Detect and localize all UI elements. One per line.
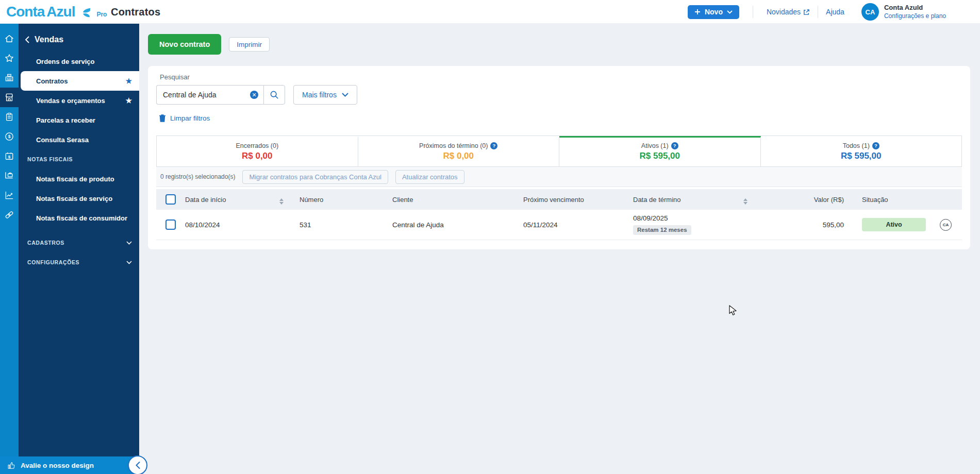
cash-register-icon[interactable] [0, 68, 19, 88]
more-filters-button[interactable]: Mais filtros [293, 85, 357, 105]
search-button[interactable] [263, 85, 285, 105]
cart-icon[interactable] [0, 166, 19, 185]
calendar-money-icon[interactable]: $ [0, 146, 19, 166]
more-filters-label: Mais filtros [302, 91, 337, 99]
store-icon[interactable] [0, 88, 19, 107]
page-title: Contratos [111, 0, 160, 24]
grid-toolbar: 0 registro(s) selecionado(s) Migrar cont… [156, 167, 962, 187]
select-all-checkbox[interactable] [165, 194, 176, 205]
cell-numero: 531 [300, 221, 392, 229]
chart-icon[interactable] [0, 185, 19, 205]
selection-count: 0 registro(s) selecionado(s) [160, 173, 235, 180]
plus-icon [694, 9, 701, 15]
sort-icon[interactable] [740, 198, 748, 205]
clear-search-icon[interactable]: ✕ [250, 91, 258, 99]
link-icon[interactable] [0, 205, 19, 225]
novo-contrato-button[interactable]: Novo contrato [148, 34, 221, 55]
sidebar-item-parcelas-a-receber[interactable]: Parcelas a receber [19, 110, 139, 130]
leaf-logo-icon [80, 7, 91, 19]
tab-total: R$ 595,00 [761, 151, 962, 161]
menu-item-label: Consulta Serasa [36, 136, 89, 144]
favorite-star-icon[interactable]: ★ [125, 77, 132, 85]
section-cadastros[interactable]: CADASTROS [19, 233, 139, 252]
tab-total: R$ 0,00 [157, 151, 358, 161]
sidebar-item-nf-servico[interactable]: Notas fiscais de serviço [19, 189, 139, 208]
col-data-inicio[interactable]: Data de início [185, 196, 276, 204]
sidebar-item-nf-consumidor[interactable]: Notas fiscais de consumidor [19, 208, 139, 228]
trash-icon [159, 114, 166, 122]
cell-valor: 595,00 [774, 221, 846, 229]
sidebar-item-consulta-serasa[interactable]: Consulta Serasa [19, 130, 139, 149]
sidebar-item-vendas-e-orcamentos[interactable]: Vendas e orçamentos ★ [19, 91, 139, 110]
vendas-flyout-menu: Vendas Ordens de serviço Contratos ★ Ven… [19, 24, 139, 456]
clear-filters-label: Limpar filtros [170, 114, 210, 122]
menu-back-header[interactable]: Vendas [19, 32, 139, 52]
col-proximo-vencimento: Próximo vencimento [523, 196, 633, 204]
menu-item-label: Contratos [36, 77, 68, 85]
remaining-months-pill: Restam 12 meses [633, 225, 691, 235]
sort-icon[interactable] [276, 198, 284, 205]
search-input[interactable] [163, 91, 250, 99]
cell-proximo-vencimento: 05/11/2024 [523, 221, 633, 229]
logo-pro-label: Pro [96, 11, 107, 18]
tab-total: R$ 0,00 [358, 151, 559, 161]
tab-label: Todos (1) [843, 142, 870, 149]
user-name: Conta Azuld [884, 4, 946, 12]
help-icon[interactable]: ? [490, 142, 497, 149]
update-contracts-button[interactable]: Atualizar contratos [395, 170, 464, 184]
header-divider [818, 6, 818, 18]
logo-text-conta: Conta [6, 4, 44, 20]
design-feedback-bar[interactable]: Avalie o nosso design [0, 456, 139, 474]
section-label: CONFIGURAÇÕES [27, 259, 79, 265]
novo-button-label: Novo [705, 8, 723, 16]
section-configuracoes[interactable]: CONFIGURAÇÕES [19, 252, 139, 272]
help-icon[interactable]: ? [671, 142, 678, 149]
col-cliente: Cliente [392, 196, 523, 204]
col-data-termino[interactable]: Data de término [633, 196, 740, 204]
table-row[interactable]: 08/10/2024 531 Central de Ajuda 05/11/20… [156, 210, 962, 240]
svg-text:$: $ [8, 134, 11, 139]
user-avatar[interactable]: CA [861, 3, 879, 21]
clear-filters-link[interactable]: Limpar filtros [159, 114, 210, 122]
novidades-link[interactable]: Novidades [767, 8, 810, 16]
user-menu[interactable]: Conta Azuld Configurações e plano [884, 4, 946, 20]
menu-item-label: Notas fiscais de produto [36, 175, 114, 183]
chevron-down-icon [126, 261, 132, 264]
ajuda-link[interactable]: Ajuda [826, 8, 844, 16]
table-header: Data de início Número Cliente Próximo ve… [156, 189, 962, 210]
search-label: Pesquisar [160, 73, 962, 81]
tab-proximos-do-termino[interactable]: Próximos do término (0) ? R$ 0,00 [358, 136, 560, 166]
section-notas-fiscais: NOTAS FISCAIS [19, 149, 139, 169]
row-checkbox[interactable] [165, 219, 176, 230]
col-numero: Número [300, 196, 392, 204]
favorite-star-icon[interactable]: ★ [125, 96, 132, 105]
imprimir-button[interactable]: Imprimir [229, 37, 270, 52]
home-icon[interactable] [0, 29, 19, 48]
menu-item-label: Vendas e orçamentos [36, 97, 105, 105]
sidebar-item-nf-produto[interactable]: Notas fiscais de produto [19, 169, 139, 189]
tab-label: Ativos (1) [641, 142, 669, 149]
clipboard-icon[interactable] [0, 107, 19, 127]
sidebar-item-contratos[interactable]: Contratos ★ [21, 71, 139, 91]
main-content: Novo contrato Imprimir Pesquisar ✕ Mais … [139, 24, 980, 474]
migrate-contracts-button[interactable]: Migrar contratos para Cobranças Conta Az… [242, 170, 388, 184]
search-input-wrap: ✕ [156, 85, 263, 105]
top-bar: Conta Azul Pro Contratos Novo Novidades … [0, 0, 980, 24]
sidebar-item-ordens-de-servico[interactable]: Ordens de serviço [19, 52, 139, 71]
sidebar-collapse-button[interactable] [128, 455, 147, 474]
star-icon[interactable] [0, 48, 19, 68]
tab-todos[interactable]: Todos (1) ? R$ 595,00 [761, 136, 962, 166]
tab-encerrados[interactable]: Encerrados (0) R$ 0,00 [157, 136, 358, 166]
status-tabs: Encerrados (0) R$ 0,00 Próximos do térmi… [156, 136, 962, 167]
section-label: NOTAS FISCAIS [27, 156, 73, 162]
conta-azul-logo[interactable]: Conta Azul Pro [6, 0, 107, 24]
coin-dollar-icon[interactable]: $ [0, 127, 19, 146]
help-icon[interactable]: ? [872, 142, 879, 149]
owner-avatar-icon[interactable]: CA [940, 219, 952, 231]
novo-button[interactable]: Novo [688, 5, 739, 19]
contracts-card: Pesquisar ✕ Mais filtros Limpar filtro [148, 66, 970, 249]
tab-ativos[interactable]: Ativos (1) ? R$ 595,00 [559, 136, 761, 166]
user-settings-link[interactable]: Configurações e plano [884, 12, 946, 20]
section-label: CADASTROS [27, 240, 64, 246]
col-situacao: Situação [846, 196, 929, 204]
